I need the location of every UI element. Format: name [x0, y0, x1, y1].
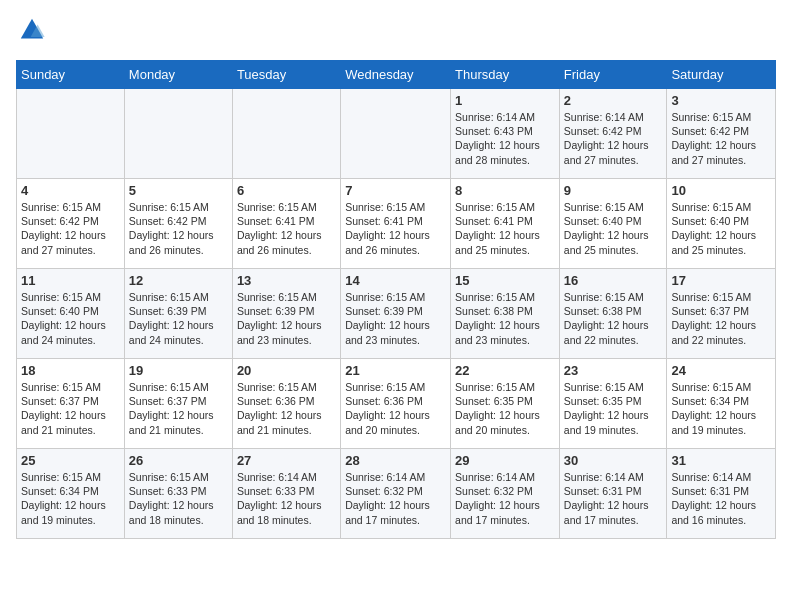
day-info: Sunrise: 6:15 AMSunset: 6:37 PMDaylight:… [129, 380, 228, 437]
day-number: 20 [237, 363, 336, 378]
day-cell [232, 89, 340, 179]
header-cell-thursday: Thursday [451, 61, 560, 89]
day-cell: 12Sunrise: 6:15 AMSunset: 6:39 PMDayligh… [124, 269, 232, 359]
day-number: 19 [129, 363, 228, 378]
day-number: 4 [21, 183, 120, 198]
day-info: Sunrise: 6:15 AMSunset: 6:36 PMDaylight:… [345, 380, 446, 437]
logo-icon [18, 16, 46, 44]
day-cell: 28Sunrise: 6:14 AMSunset: 6:32 PMDayligh… [341, 449, 451, 539]
day-info: Sunrise: 6:14 AMSunset: 6:31 PMDaylight:… [564, 470, 663, 527]
day-info: Sunrise: 6:15 AMSunset: 6:39 PMDaylight:… [237, 290, 336, 347]
day-info: Sunrise: 6:15 AMSunset: 6:41 PMDaylight:… [345, 200, 446, 257]
day-info: Sunrise: 6:14 AMSunset: 6:43 PMDaylight:… [455, 110, 555, 167]
day-info: Sunrise: 6:14 AMSunset: 6:33 PMDaylight:… [237, 470, 336, 527]
day-info: Sunrise: 6:15 AMSunset: 6:38 PMDaylight:… [564, 290, 663, 347]
day-info: Sunrise: 6:14 AMSunset: 6:31 PMDaylight:… [671, 470, 771, 527]
day-cell: 19Sunrise: 6:15 AMSunset: 6:37 PMDayligh… [124, 359, 232, 449]
day-number: 10 [671, 183, 771, 198]
day-info: Sunrise: 6:15 AMSunset: 6:36 PMDaylight:… [237, 380, 336, 437]
header-cell-sunday: Sunday [17, 61, 125, 89]
day-cell: 2Sunrise: 6:14 AMSunset: 6:42 PMDaylight… [559, 89, 667, 179]
logo [16, 16, 46, 48]
day-number: 27 [237, 453, 336, 468]
day-cell: 13Sunrise: 6:15 AMSunset: 6:39 PMDayligh… [232, 269, 340, 359]
day-number: 23 [564, 363, 663, 378]
day-cell: 6Sunrise: 6:15 AMSunset: 6:41 PMDaylight… [232, 179, 340, 269]
week-row-5: 25Sunrise: 6:15 AMSunset: 6:34 PMDayligh… [17, 449, 776, 539]
day-info: Sunrise: 6:15 AMSunset: 6:42 PMDaylight:… [129, 200, 228, 257]
day-cell: 18Sunrise: 6:15 AMSunset: 6:37 PMDayligh… [17, 359, 125, 449]
day-info: Sunrise: 6:15 AMSunset: 6:34 PMDaylight:… [671, 380, 771, 437]
day-number: 15 [455, 273, 555, 288]
day-cell: 5Sunrise: 6:15 AMSunset: 6:42 PMDaylight… [124, 179, 232, 269]
week-row-3: 11Sunrise: 6:15 AMSunset: 6:40 PMDayligh… [17, 269, 776, 359]
day-cell: 30Sunrise: 6:14 AMSunset: 6:31 PMDayligh… [559, 449, 667, 539]
day-number: 31 [671, 453, 771, 468]
day-cell: 8Sunrise: 6:15 AMSunset: 6:41 PMDaylight… [451, 179, 560, 269]
day-info: Sunrise: 6:15 AMSunset: 6:39 PMDaylight:… [345, 290, 446, 347]
day-number: 24 [671, 363, 771, 378]
day-cell: 22Sunrise: 6:15 AMSunset: 6:35 PMDayligh… [451, 359, 560, 449]
header-cell-saturday: Saturday [667, 61, 776, 89]
day-cell: 7Sunrise: 6:15 AMSunset: 6:41 PMDaylight… [341, 179, 451, 269]
day-cell: 20Sunrise: 6:15 AMSunset: 6:36 PMDayligh… [232, 359, 340, 449]
day-cell: 26Sunrise: 6:15 AMSunset: 6:33 PMDayligh… [124, 449, 232, 539]
day-number: 16 [564, 273, 663, 288]
day-info: Sunrise: 6:15 AMSunset: 6:35 PMDaylight:… [564, 380, 663, 437]
day-cell: 1Sunrise: 6:14 AMSunset: 6:43 PMDaylight… [451, 89, 560, 179]
day-info: Sunrise: 6:15 AMSunset: 6:37 PMDaylight:… [21, 380, 120, 437]
day-number: 13 [237, 273, 336, 288]
day-info: Sunrise: 6:15 AMSunset: 6:42 PMDaylight:… [671, 110, 771, 167]
day-cell: 29Sunrise: 6:14 AMSunset: 6:32 PMDayligh… [451, 449, 560, 539]
day-info: Sunrise: 6:14 AMSunset: 6:32 PMDaylight:… [455, 470, 555, 527]
day-number: 11 [21, 273, 120, 288]
day-number: 30 [564, 453, 663, 468]
day-cell: 11Sunrise: 6:15 AMSunset: 6:40 PMDayligh… [17, 269, 125, 359]
day-number: 22 [455, 363, 555, 378]
day-cell: 14Sunrise: 6:15 AMSunset: 6:39 PMDayligh… [341, 269, 451, 359]
day-cell: 17Sunrise: 6:15 AMSunset: 6:37 PMDayligh… [667, 269, 776, 359]
header-row: SundayMondayTuesdayWednesdayThursdayFrid… [17, 61, 776, 89]
header-cell-friday: Friday [559, 61, 667, 89]
day-cell: 9Sunrise: 6:15 AMSunset: 6:40 PMDaylight… [559, 179, 667, 269]
day-info: Sunrise: 6:15 AMSunset: 6:41 PMDaylight:… [455, 200, 555, 257]
page-header [16, 16, 776, 48]
header-cell-tuesday: Tuesday [232, 61, 340, 89]
header-cell-wednesday: Wednesday [341, 61, 451, 89]
day-number: 6 [237, 183, 336, 198]
day-info: Sunrise: 6:15 AMSunset: 6:38 PMDaylight:… [455, 290, 555, 347]
day-number: 29 [455, 453, 555, 468]
day-cell: 25Sunrise: 6:15 AMSunset: 6:34 PMDayligh… [17, 449, 125, 539]
day-cell: 31Sunrise: 6:14 AMSunset: 6:31 PMDayligh… [667, 449, 776, 539]
day-info: Sunrise: 6:15 AMSunset: 6:40 PMDaylight:… [564, 200, 663, 257]
day-info: Sunrise: 6:15 AMSunset: 6:34 PMDaylight:… [21, 470, 120, 527]
day-number: 28 [345, 453, 446, 468]
calendar-body: 1Sunrise: 6:14 AMSunset: 6:43 PMDaylight… [17, 89, 776, 539]
day-info: Sunrise: 6:14 AMSunset: 6:32 PMDaylight:… [345, 470, 446, 527]
day-cell: 4Sunrise: 6:15 AMSunset: 6:42 PMDaylight… [17, 179, 125, 269]
day-cell: 16Sunrise: 6:15 AMSunset: 6:38 PMDayligh… [559, 269, 667, 359]
day-number: 18 [21, 363, 120, 378]
calendar-table: SundayMondayTuesdayWednesdayThursdayFrid… [16, 60, 776, 539]
day-number: 26 [129, 453, 228, 468]
day-number: 21 [345, 363, 446, 378]
day-number: 17 [671, 273, 771, 288]
week-row-4: 18Sunrise: 6:15 AMSunset: 6:37 PMDayligh… [17, 359, 776, 449]
calendar-header: SundayMondayTuesdayWednesdayThursdayFrid… [17, 61, 776, 89]
day-number: 9 [564, 183, 663, 198]
day-cell: 27Sunrise: 6:14 AMSunset: 6:33 PMDayligh… [232, 449, 340, 539]
day-info: Sunrise: 6:15 AMSunset: 6:40 PMDaylight:… [21, 290, 120, 347]
day-cell [124, 89, 232, 179]
header-cell-monday: Monday [124, 61, 232, 89]
day-info: Sunrise: 6:15 AMSunset: 6:40 PMDaylight:… [671, 200, 771, 257]
day-info: Sunrise: 6:15 AMSunset: 6:39 PMDaylight:… [129, 290, 228, 347]
day-number: 7 [345, 183, 446, 198]
day-number: 2 [564, 93, 663, 108]
day-number: 25 [21, 453, 120, 468]
day-cell: 15Sunrise: 6:15 AMSunset: 6:38 PMDayligh… [451, 269, 560, 359]
day-cell [17, 89, 125, 179]
week-row-2: 4Sunrise: 6:15 AMSunset: 6:42 PMDaylight… [17, 179, 776, 269]
day-info: Sunrise: 6:15 AMSunset: 6:42 PMDaylight:… [21, 200, 120, 257]
day-cell: 24Sunrise: 6:15 AMSunset: 6:34 PMDayligh… [667, 359, 776, 449]
day-info: Sunrise: 6:15 AMSunset: 6:41 PMDaylight:… [237, 200, 336, 257]
